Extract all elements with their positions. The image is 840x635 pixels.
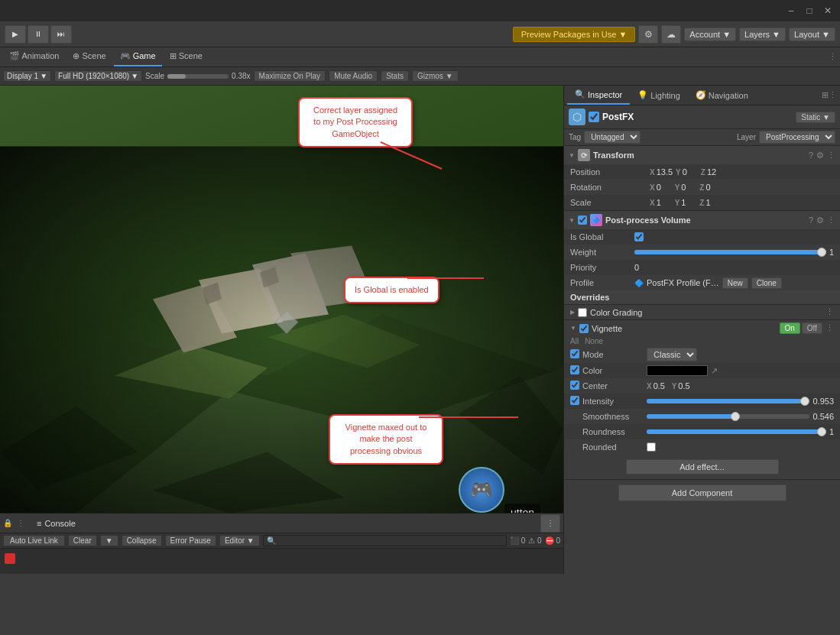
play-button[interactable]: ▶ <box>5 25 26 44</box>
layer-dropdown[interactable]: PostProcessing <box>759 131 835 144</box>
preview-packages-button[interactable]: Preview Packages in Use ▼ <box>513 27 636 42</box>
callout-correct-layer: Correct layer assigned to my Post Proces… <box>298 97 413 147</box>
scene-tab-1[interactable]: ⊕ Scene <box>66 47 112 66</box>
mode-checkbox[interactable] <box>570 349 579 358</box>
rotation-row: Rotation X 0 Y 0 Z 0 <box>564 180 840 195</box>
svg-line-16 <box>381 142 442 169</box>
mode-dropdown[interactable]: Classic <box>647 348 697 361</box>
color-swatch[interactable] <box>647 365 708 376</box>
scale-row: Scale X 1 Y 1 Z 1 <box>564 195 840 210</box>
roundness-row: Roundness 1 <box>564 424 840 439</box>
center-checkbox[interactable] <box>570 381 579 390</box>
auto-live-link-button[interactable]: Auto Live Link <box>3 535 65 546</box>
pv-enabled-checkbox[interactable] <box>578 215 587 225</box>
priority-row: Priority 0 <box>564 260 840 275</box>
counter-info: ⬛ 0 <box>510 536 525 545</box>
all-none-row: All None <box>564 336 840 346</box>
mute-audio-button[interactable]: Mute Audio <box>329 70 378 82</box>
transform-help-button[interactable]: ? <box>809 151 813 160</box>
new-profile-button[interactable]: New <box>722 277 748 289</box>
is-global-checkbox[interactable] <box>634 232 644 241</box>
pv-settings-button[interactable]: ⚙ <box>816 215 824 225</box>
main-content: Correct layer assigned to my Post Proces… <box>0 86 840 574</box>
vignette-off-button[interactable]: Off <box>802 322 822 334</box>
minimize-button[interactable]: – <box>785 5 797 17</box>
stats-button[interactable]: Stats <box>381 70 409 82</box>
pos-z-group: Z 12 <box>701 167 722 177</box>
pause-button[interactable]: ⏸ <box>28 25 49 44</box>
color-checkbox[interactable] <box>570 365 579 374</box>
vignette-header[interactable]: ▼ Vignette On Off ⋮ <box>564 320 840 336</box>
collapse-button[interactable]: Collapse <box>122 535 162 546</box>
rot-x-group: X 0 <box>650 183 672 192</box>
smoothness-slider[interactable] <box>647 414 809 419</box>
gizmos-button[interactable]: Gizmos ▼ <box>412 70 459 82</box>
roundness-slider[interactable] <box>647 429 826 434</box>
post-process-header[interactable]: ▼ 🔷 Post-process Volume ? ⚙ ⋮ <box>564 211 840 229</box>
mode-row: Mode Classic <box>564 346 840 363</box>
error-pause-button[interactable]: Error Pause <box>165 535 216 546</box>
close-button[interactable]: ✕ <box>822 5 834 17</box>
pv-help-button[interactable]: ? <box>809 215 813 225</box>
inspector-more-button[interactable]: ⊞ <box>822 90 829 100</box>
lighting-tab[interactable]: 💡 Lighting <box>630 86 688 105</box>
vignette-on-button[interactable]: On <box>780 322 800 334</box>
scene-tab-2[interactable]: ⊞ Scene <box>164 47 209 66</box>
editor-dropdown-button[interactable]: Editor ▼ <box>219 535 260 546</box>
color-row: Color ↗ <box>564 363 840 378</box>
intensity-row: Intensity 0.953 <box>564 394 840 409</box>
display-dropdown[interactable]: Display 1 ▼ <box>3 70 51 82</box>
vignette-menu-button[interactable]: ⋮ <box>825 323 834 333</box>
inspector-tab[interactable]: 🔍 🔍 InspectorInspector <box>567 86 630 105</box>
console-more-button[interactable]: ⋮ <box>540 514 560 533</box>
game-viewport: Correct layer assigned to my Post Proces… <box>0 86 563 574</box>
color-grading-header[interactable]: ▶ Color Grading ⋮ <box>564 305 840 319</box>
rounded-checkbox[interactable] <box>647 442 656 452</box>
animation-tab[interactable]: 🎬 🎬 AnimationAnimation <box>3 47 65 66</box>
tag-dropdown[interactable]: Untagged <box>584 131 641 144</box>
clone-profile-button[interactable]: Clone <box>751 277 782 289</box>
maximize-on-play-button[interactable]: Maximize On Play <box>254 70 326 82</box>
clear-button[interactable]: Clear <box>68 535 97 546</box>
transform-menu-button[interactable]: ⋮ <box>827 151 835 160</box>
layers-dropdown[interactable]: Layers ▼ <box>739 28 786 41</box>
vignette-on-off: On Off <box>780 322 823 334</box>
color-picker-button[interactable]: ↗ <box>711 366 718 376</box>
color-grading-section: ▶ Color Grading ⋮ <box>564 304 840 319</box>
weight-slider[interactable] <box>634 250 826 254</box>
navigation-tab[interactable]: 🧭 Navigation <box>688 86 756 105</box>
scale-bar[interactable] <box>167 74 229 79</box>
maximize-button[interactable]: □ <box>803 5 816 17</box>
callout1-arrow <box>381 142 442 169</box>
more-tabs-button[interactable]: ⋮ <box>829 52 837 62</box>
intensity-checkbox[interactable] <box>570 396 579 405</box>
console-search-input[interactable] <box>263 535 507 546</box>
transform-header[interactable]: ▼ ⟳ Transform ? ⚙ ⋮ <box>564 146 840 164</box>
settings-button[interactable]: ⚙ <box>638 25 658 44</box>
console-menu-icon: ⋮ <box>17 519 24 527</box>
gameobject-active-checkbox[interactable] <box>589 112 599 122</box>
cg-enabled-checkbox[interactable] <box>578 308 587 317</box>
game-tab[interactable]: 🎮 Game <box>114 47 162 66</box>
transform-settings-button[interactable]: ⚙ <box>816 151 824 160</box>
clear-dropdown-button[interactable]: ▼ <box>100 535 118 546</box>
pv-menu-button[interactable]: ⋮ <box>827 215 835 225</box>
cloud-button[interactable]: ☁ <box>661 25 681 44</box>
pv-icon: 🔷 <box>590 214 602 226</box>
add-component-button[interactable]: Add Component <box>618 484 786 501</box>
console-tab[interactable]: ≡ Console <box>31 517 82 530</box>
center-row: Center X 0.5 Y 0.5 <box>564 378 840 394</box>
intensity-slider[interactable] <box>647 399 809 403</box>
layout-dropdown[interactable]: Layout ▼ <box>789 28 835 41</box>
add-effect-button[interactable]: Add effect... <box>626 459 779 475</box>
resolution-dropdown[interactable]: Full HD (1920×1080) ▼ <box>54 70 142 82</box>
cg-menu-button[interactable]: ⋮ <box>825 307 834 317</box>
static-button[interactable]: Static ▼ <box>796 112 835 123</box>
vignette-enabled-checkbox[interactable] <box>579 324 589 333</box>
account-dropdown[interactable]: Account ▼ <box>684 28 736 41</box>
step-button[interactable]: ⏭ <box>50 25 72 44</box>
overrides-header: Overrides <box>564 290 840 304</box>
scale-x-group: X 1 <box>650 198 672 207</box>
inspector-menu-button[interactable]: ⋮ <box>829 90 837 100</box>
transform-component: ▼ ⟳ Transform ? ⚙ ⋮ Position X 13.5 <box>564 146 840 211</box>
